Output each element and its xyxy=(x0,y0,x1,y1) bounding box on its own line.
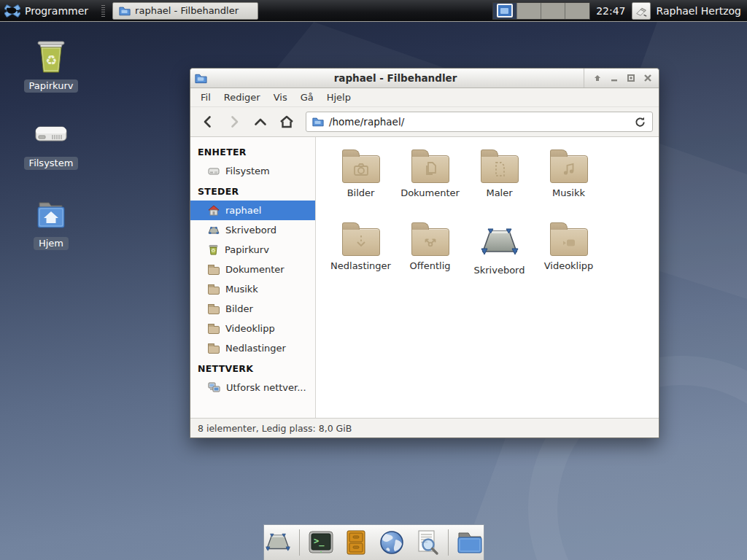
sidebar-item-desktop[interactable]: Skrivebord xyxy=(190,220,315,240)
menu-file[interactable]: Fil xyxy=(195,90,217,105)
workspace-1[interactable] xyxy=(493,3,517,19)
reload-icon[interactable] xyxy=(634,116,646,128)
desktop-icon-label: Hjem xyxy=(34,237,69,250)
sidebar-item-music[interactable]: Musikk xyxy=(190,279,315,299)
emblem-documents-icon xyxy=(421,160,440,179)
home-button[interactable] xyxy=(275,111,298,133)
close-icon xyxy=(643,74,652,82)
sidebar: ENHETER Filsystem STEDER xyxy=(190,137,316,418)
file-item-templates[interactable]: Maler xyxy=(465,147,534,220)
desktop-icon-filesystem[interactable]: Filsystem xyxy=(11,117,91,170)
back-button[interactable] xyxy=(196,111,220,133)
terminal-button[interactable]: >_ xyxy=(307,528,335,557)
sidebar-item-videos[interactable]: Videoklipp xyxy=(190,319,315,338)
file-label: Dokumenter xyxy=(400,187,460,198)
sidebar-item-downloads[interactable]: Nedlastinger xyxy=(190,338,315,358)
top-panel: Programmer raphael - Filbehandler 22:47 xyxy=(0,0,747,22)
file-manager-button[interactable] xyxy=(456,528,484,557)
globe-icon xyxy=(379,529,405,556)
svg-text:>_: >_ xyxy=(314,536,325,547)
window-titlebar[interactable]: raphael - Filbehandler xyxy=(190,69,659,88)
location-bar[interactable]: /home/raphael/ xyxy=(306,112,653,132)
eraser-icon xyxy=(635,5,648,17)
dock-separator xyxy=(299,529,300,556)
file-item-documents[interactable]: Dokumenter xyxy=(395,147,465,220)
menu-view[interactable]: Vis xyxy=(268,90,293,105)
bottom-dock: >_ xyxy=(263,524,484,560)
file-label: Bilder xyxy=(347,187,375,198)
sidebar-item-documents[interactable]: Dokumenter xyxy=(190,260,315,279)
sidebar-item-label: Musikk xyxy=(225,284,258,295)
menu-go[interactable]: Gå xyxy=(295,90,320,105)
file-list[interactable]: Bilder Dokumenter xyxy=(316,137,659,418)
sidebar-header-network: NETTVERK xyxy=(190,358,315,378)
sidebar-item-label: raphael xyxy=(225,205,261,216)
home-folder-icon xyxy=(33,197,69,233)
close-button[interactable] xyxy=(640,71,654,85)
minimize-icon xyxy=(610,74,619,82)
desktop-icon-home[interactable]: Hjem xyxy=(11,197,91,250)
workspace-2[interactable] xyxy=(517,3,541,19)
folder-icon xyxy=(342,228,380,256)
file-item-desktop[interactable]: Skrivebord xyxy=(465,220,534,293)
workspace-3[interactable] xyxy=(541,3,565,19)
folder-icon xyxy=(550,155,588,183)
forward-button[interactable] xyxy=(222,111,246,133)
home-icon xyxy=(208,205,220,216)
sidebar-item-label: Bilder xyxy=(225,303,253,314)
desktop-icon-label: Filsystem xyxy=(24,157,79,170)
desktop-icon xyxy=(479,224,521,260)
svg-text:♻: ♻ xyxy=(45,52,57,68)
sidebar-item-filesystem[interactable]: Filsystem xyxy=(190,161,315,181)
sidebar-item-home[interactable]: raphael xyxy=(190,201,315,220)
emblem-template-icon xyxy=(490,160,509,179)
workspace-window-thumbnail xyxy=(497,4,513,18)
show-desktop-button[interactable] xyxy=(264,528,292,557)
file-item-videos[interactable]: Videoklipp xyxy=(534,220,603,293)
sidebar-item-label: Utforsk nettver... xyxy=(226,382,306,393)
xfce-mouse-logo-icon xyxy=(4,3,20,19)
up-button[interactable] xyxy=(249,111,272,133)
file-item-public[interactable]: Offentlig xyxy=(395,220,465,293)
web-browser-button[interactable] xyxy=(378,528,406,557)
current-path[interactable]: /home/raphael/ xyxy=(329,116,629,128)
file-item-downloads[interactable]: Nedlastinger xyxy=(326,220,395,293)
folder-icon xyxy=(208,306,220,314)
applications-menu-button[interactable]: Programmer xyxy=(3,1,93,20)
desktop-icon-trash[interactable]: ♻ Papirkurv xyxy=(11,38,91,93)
sidebar-header-places: STEDER xyxy=(190,181,315,201)
taskbar-window-label: raphael - Filbehandler xyxy=(135,5,239,16)
taskbar-window-button[interactable]: raphael - Filbehandler xyxy=(112,2,258,20)
file-label: Offentlig xyxy=(410,260,451,271)
panel-action-button[interactable] xyxy=(632,2,651,20)
sidebar-item-browse-network[interactable]: Utforsk nettver... xyxy=(190,378,315,397)
shade-button[interactable] xyxy=(590,71,604,85)
user-name: Raphael Hertzog xyxy=(657,5,741,17)
back-arrow-icon xyxy=(201,114,215,129)
toolbar: /home/raphael/ xyxy=(190,107,659,137)
menu-help[interactable]: Hjelp xyxy=(321,90,357,105)
file-label: Musikk xyxy=(552,187,585,198)
desktop-icon xyxy=(208,225,220,236)
status-text: 8 ielementer, Ledig plass: 8,0 GiB xyxy=(198,423,352,434)
workspace-4[interactable] xyxy=(565,3,589,19)
maximize-button[interactable] xyxy=(624,71,638,85)
workspace-switcher[interactable] xyxy=(492,2,590,20)
document-search-button[interactable] xyxy=(413,528,441,557)
file-item-music[interactable]: Musikk xyxy=(534,147,603,220)
sidebar-item-label: Nedlastinger xyxy=(225,343,286,354)
taskbar-grip xyxy=(101,5,105,17)
home-icon xyxy=(279,114,295,130)
file-cabinet-button[interactable] xyxy=(342,528,370,557)
menu-edit[interactable]: Rediger xyxy=(218,90,266,105)
folder-icon xyxy=(312,117,324,127)
file-manager-folder-icon xyxy=(456,530,484,555)
sidebar-item-label: Dokumenter xyxy=(225,264,285,275)
file-item-pictures[interactable]: Bilder xyxy=(326,147,395,220)
minimize-button[interactable] xyxy=(607,71,621,85)
maximize-icon xyxy=(627,74,635,82)
sidebar-item-pictures[interactable]: Bilder xyxy=(190,299,315,319)
sidebar-item-trash[interactable]: ♻ Papirkurv xyxy=(190,240,315,260)
folder-icon xyxy=(342,155,380,183)
clock: 22:47 xyxy=(596,5,625,17)
